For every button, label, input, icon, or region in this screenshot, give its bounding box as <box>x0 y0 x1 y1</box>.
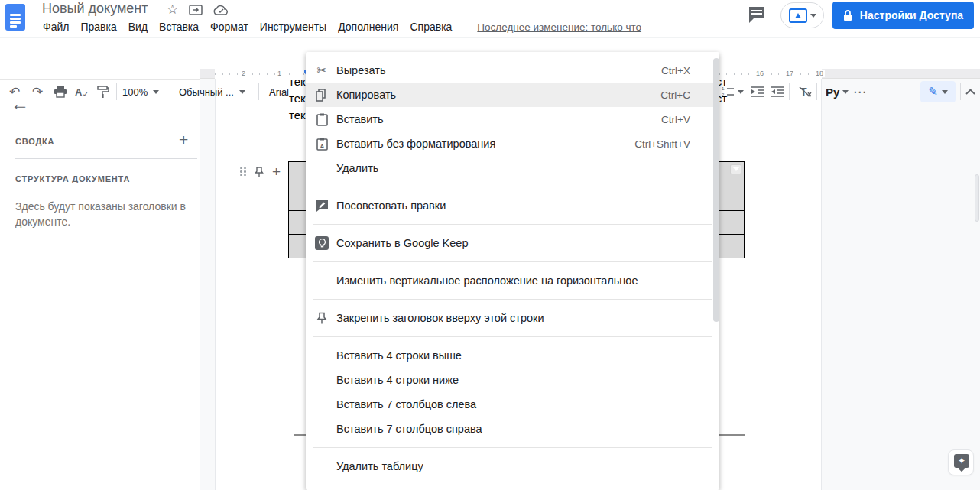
pin-icon <box>315 311 329 325</box>
menu-view[interactable]: Вид <box>128 21 148 33</box>
ruler-number: 16 <box>754 70 765 77</box>
menu-item-suggest-edits[interactable]: Посоветовать правки <box>306 193 719 218</box>
header: Новый документ ☆ Файл Правка Вид Вставка… <box>0 0 980 38</box>
present-button[interactable] <box>780 2 824 28</box>
menu-item-save-to-keep[interactable]: Сохранить в Google Keep <box>306 231 719 255</box>
menu-edit[interactable]: Правка <box>80 21 116 33</box>
styles-select[interactable]: Обычный ... <box>179 81 245 102</box>
menu-format[interactable]: Формат <box>210 21 248 33</box>
numbered-list-caret-icon[interactable] <box>738 81 744 102</box>
decrease-indent-icon[interactable] <box>751 81 764 102</box>
pin-row-icon[interactable] <box>254 166 264 177</box>
google-docs-logo-icon[interactable] <box>5 4 25 31</box>
explore-button[interactable]: ✦ <box>948 449 974 475</box>
menu-file[interactable]: Файл <box>43 21 69 33</box>
undo-icon[interactable]: ↶ <box>9 81 20 102</box>
menu-tools[interactable]: Инструменты <box>260 21 326 33</box>
menu-separator <box>313 187 712 187</box>
collapse-toolbar-icon[interactable] <box>965 81 975 102</box>
context-menu-scrollbar[interactable] <box>713 58 719 322</box>
share-button[interactable]: Настройки Доступа <box>832 2 974 29</box>
context-menu: ✂ Вырезать Ctrl+X Копировать Ctrl+C Вста… <box>306 52 719 490</box>
menu-separator <box>313 261 712 262</box>
star-icon[interactable]: ☆ <box>167 2 178 18</box>
paint-format-icon[interactable] <box>96 81 109 102</box>
cut-icon: ✂ <box>315 63 329 77</box>
input-tools-caret-icon[interactable] <box>842 81 849 102</box>
pencil-icon: ✎ <box>928 85 938 99</box>
svg-text:2.: 2. <box>722 92 725 97</box>
menu-item-cut[interactable]: ✂ Вырезать Ctrl+X <box>306 58 719 83</box>
paste-without-formatting-icon: A <box>315 137 329 151</box>
menu-separator <box>313 447 712 448</box>
redo-icon[interactable]: ↷ <box>32 81 43 102</box>
comments-icon[interactable] <box>748 6 766 24</box>
last-edit-link[interactable]: Последнее изменение: только что <box>477 21 641 33</box>
outline-sidebar: ← СВОДКА + СТРУКТУРА ДОКУМЕНТА Здесь буд… <box>0 69 200 490</box>
sidebar-divider <box>15 158 197 159</box>
menu-item-paste-without-formatting[interactable]: A Вставить без форматирования Ctrl+Shift… <box>306 131 719 156</box>
present-icon <box>789 8 807 23</box>
menu-item-copy[interactable]: Копировать Ctrl+C <box>306 83 719 107</box>
editing-mode-button[interactable]: ✎ <box>920 81 956 102</box>
svg-text:1.: 1. <box>722 86 725 91</box>
menu-addons[interactable]: Дополнения <box>338 21 398 33</box>
menu-item-delete-table[interactable]: Удалить таблицу <box>306 454 719 479</box>
ruler-number: 1 <box>276 70 283 77</box>
menu-separator <box>313 224 712 225</box>
menu-item-insert-rows-above[interactable]: Вставить 4 строки выше <box>306 343 719 368</box>
add-row-icon[interactable]: + <box>272 167 281 177</box>
menu-item-insert-rows-below[interactable]: Вставить 4 строки ниже <box>306 368 719 392</box>
menu-insert[interactable]: Вставка <box>159 21 199 33</box>
more-icon[interactable]: ⋯ <box>853 81 866 102</box>
menu-help[interactable]: Справка <box>410 21 452 33</box>
menu-item-delete[interactable]: Удалить <box>306 156 719 180</box>
document-scrollbar[interactable] <box>975 174 979 222</box>
svg-text:A: A <box>320 143 324 150</box>
lock-icon <box>843 10 852 21</box>
menu-item-paste[interactable]: Вставить Ctrl+V <box>306 107 719 131</box>
move-to-folder-icon[interactable] <box>189 5 203 15</box>
clear-formatting-icon[interactable]: T <box>798 81 812 102</box>
present-caret-icon <box>810 14 816 18</box>
add-summary-button[interactable]: + <box>179 131 188 149</box>
summary-label: СВОДКА <box>15 137 54 146</box>
outline-label: СТРУКТУРА ДОКУМЕНТА <box>15 174 130 183</box>
menu-separator <box>313 485 712 485</box>
google-keep-icon <box>315 236 329 250</box>
spellcheck-icon[interactable]: A✓ <box>75 81 89 102</box>
document-title[interactable]: Новый документ <box>42 1 148 17</box>
cloud-status-icon[interactable] <box>213 5 229 15</box>
ruler-number: 18 <box>814 70 825 77</box>
zoom-select[interactable]: 100% <box>122 81 159 102</box>
suggest-edits-icon <box>315 199 329 213</box>
table-drag-handle-icon[interactable] <box>240 167 246 177</box>
menu-bar: Файл Правка Вид Вставка Формат Инструмен… <box>43 21 641 33</box>
menu-item-insert-columns-left[interactable]: Вставить 7 столбцов слева <box>306 392 719 417</box>
copy-icon <box>315 88 329 102</box>
increase-indent-icon[interactable] <box>771 81 784 102</box>
font-select[interactable]: Arial <box>269 81 289 102</box>
cell-dropdown-icon[interactable] <box>730 164 741 174</box>
paste-icon <box>315 112 329 126</box>
menu-separator <box>313 299 712 300</box>
menu-item-pin-header-row[interactable]: Закрепить заголовок вверху этой строки <box>306 306 719 330</box>
ruler-number: 17 <box>784 70 795 77</box>
menu-separator <box>313 336 712 337</box>
print-icon[interactable] <box>54 81 67 102</box>
outline-placeholder: Здесь будут показаны заголовки в докумен… <box>15 199 188 229</box>
menu-item-insert-columns-right[interactable]: Вставить 7 столбцов справа <box>306 417 719 441</box>
input-tools-button[interactable]: Ру <box>826 81 839 102</box>
ruler-number: 2 <box>240 70 247 77</box>
menu-item-change-orientation[interactable]: Изменить вертикальное расположение на го… <box>306 268 719 293</box>
numbered-list-icon[interactable]: 1.2. <box>722 81 735 102</box>
